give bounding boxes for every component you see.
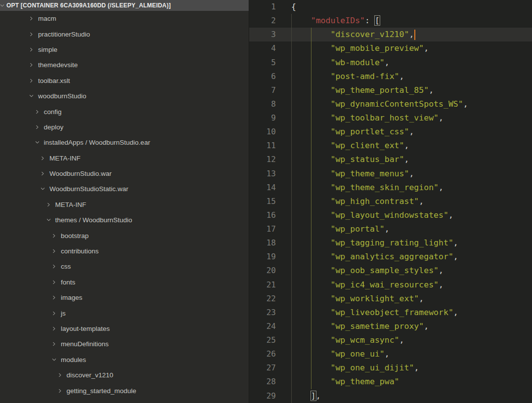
line-number[interactable]: 26 (249, 347, 276, 361)
line-number[interactable]: 8 (249, 97, 276, 111)
tree-item-label: contributions (61, 247, 99, 255)
code-line[interactable]: 10 "wp_portlet_css", (249, 125, 532, 139)
sidebar-item-images[interactable]: images (0, 290, 249, 305)
code-text: "wp_status_bar", (276, 153, 409, 166)
code-line[interactable]: 27 "wp_one_ui_dijit", (249, 361, 532, 375)
sidebar-item-css[interactable]: css (0, 259, 249, 274)
sidebar-item-fonts[interactable]: fonts (0, 275, 249, 290)
sidebar-item-simple[interactable]: simple (0, 42, 249, 57)
sidebar-item-macm[interactable]: macm (0, 11, 249, 26)
tree-item-label: themedevsite (38, 61, 78, 69)
line-number[interactable]: 28 (249, 375, 276, 389)
sidebar-item-config[interactable]: config (0, 104, 249, 119)
line-number[interactable]: 11 (249, 139, 276, 153)
code-line[interactable]: 7 "wp_theme_portal_85", (249, 83, 532, 97)
code-line[interactable]: 20 "wp_oob_sample_styles", (249, 264, 532, 278)
line-number[interactable]: 15 (249, 195, 276, 208)
line-number[interactable]: 13 (249, 167, 276, 181)
sidebar-item-meta-inf[interactable]: META-INF (0, 151, 249, 166)
line-number[interactable]: 1 (249, 0, 276, 14)
code-line[interactable]: 16 "wp_layout_windowstates", (249, 208, 532, 222)
code-line[interactable]: 28 "wp_theme_pwa" (249, 375, 532, 389)
sidebar-item-meta-inf[interactable]: META-INF (0, 197, 249, 212)
line-number[interactable]: 18 (249, 236, 276, 250)
sidebar-item-deploy[interactable]: deploy (0, 120, 249, 135)
sidebar-item-themedevsite[interactable]: themedevsite (0, 57, 249, 73)
line-number[interactable]: 16 (249, 208, 276, 222)
sidebar-item-ooke-v104[interactable]: ooke_v104 (0, 399, 249, 403)
code-line[interactable]: 11 "wp_client_ext", (249, 139, 532, 153)
line-number[interactable]: 9 (249, 111, 276, 125)
code-line[interactable]: 26 "wp_one_ui", (249, 347, 532, 361)
chevron-down-icon (29, 93, 34, 99)
code-line[interactable]: 24 "wp_sametime_proxy", (249, 320, 532, 333)
tree-item-label: discover_v1210 (67, 371, 114, 379)
code-line[interactable]: 1 { (249, 0, 532, 14)
code-line[interactable]: 14 "wp_theme_skin_region", (249, 181, 532, 195)
code-line[interactable]: 2 "moduleIDs": [ (249, 14, 532, 28)
line-number[interactable]: 4 (249, 41, 276, 55)
sidebar-item-installedapps-woodburnstudio-ear[interactable]: installedApps / WoodburnStudio.ear (0, 135, 249, 150)
sidebar-item-contributions[interactable]: contributions (0, 243, 249, 259)
line-number[interactable]: 10 (249, 125, 276, 139)
line-number[interactable]: 3 (249, 28, 276, 41)
code-line[interactable]: 6 "post-amd-fix", (249, 70, 532, 83)
tree-item-label: bootstrap (61, 232, 89, 240)
code-line[interactable]: 5 "wb-module", (249, 56, 532, 70)
code-text: "discover_v1210", (276, 28, 415, 41)
sidebar-item-woodburnstudio[interactable]: woodburnStudio (0, 88, 249, 104)
sidebar-item-woodburnstudiostatic-war[interactable]: WoodburnStudioStatic.war (0, 181, 249, 197)
line-number[interactable]: 23 (249, 306, 276, 320)
code-line[interactable]: 18 "wp_tagging_rating_light", (249, 236, 532, 250)
line-number[interactable]: 27 (249, 361, 276, 375)
line-number[interactable]: 12 (249, 153, 276, 166)
line-number[interactable]: 17 (249, 222, 276, 236)
chevron-right-icon (51, 233, 57, 239)
sidebar-item-toolbar-xslt[interactable]: toolbar.xslt (0, 73, 249, 88)
code-line[interactable]: 9 "wp_toolbar_host_view", (249, 111, 532, 125)
code-line[interactable]: 21 "wp_ic4_wai_resources", (249, 278, 532, 292)
code-line[interactable]: 17 "wp_portal", (249, 222, 532, 236)
line-number[interactable]: 2 (249, 14, 276, 28)
sidebar-item-js[interactable]: js (0, 305, 249, 321)
sidebar-item-bootstrap[interactable]: bootstrap (0, 228, 249, 243)
code-text: "wp_theme_menus", (276, 167, 414, 181)
line-number[interactable]: 7 (249, 83, 276, 97)
sidebar-item-practitionerstudio[interactable]: practitionerStudio (0, 26, 249, 41)
code-line[interactable]: 15 "wp_high_contrast", (249, 195, 532, 208)
line-number[interactable]: 14 (249, 181, 276, 195)
line-number[interactable]: 5 (249, 56, 276, 70)
sidebar-item-menudefinitions[interactable]: menuDefinitions (0, 336, 249, 352)
code-line[interactable]: 8 "wp_dynamicContentSpots_WS", (249, 97, 532, 111)
code-lines-container: 1 { 2 "moduleIDs": [ 3 "discover_v1210",… (249, 0, 532, 403)
line-number[interactable]: 20 (249, 264, 276, 278)
explorer-section-header[interactable]: OPT [CONTAINER 6CA309A160DD (/SLEEPY_ALM… (0, 0, 249, 11)
code-line[interactable]: 25 "wp_wcm_async", (249, 333, 532, 347)
line-number[interactable]: 25 (249, 333, 276, 347)
code-editor[interactable]: 1 { 2 "moduleIDs": [ 3 "discover_v1210",… (249, 0, 532, 403)
tree-item-label: config (44, 108, 62, 116)
code-line[interactable]: 22 "wp_worklight_ext", (249, 292, 532, 306)
code-line[interactable]: 29 ], (249, 389, 532, 403)
sidebar-item-modules[interactable]: modules (0, 352, 249, 367)
code-line[interactable]: 4 "wp_mobile_preview", (249, 41, 532, 55)
line-number[interactable]: 29 (249, 389, 276, 403)
code-text: "wb-module", (276, 56, 390, 70)
sidebar-item-themes-woodburnstudio[interactable]: themes / WoodburnStudio (0, 212, 249, 228)
line-number[interactable]: 19 (249, 250, 276, 264)
line-number[interactable]: 6 (249, 70, 276, 83)
code-line[interactable]: 13 "wp_theme_menus", (249, 167, 532, 181)
line-number[interactable]: 21 (249, 278, 276, 292)
chevron-right-icon (29, 32, 34, 37)
sidebar-item-woodburnstudio-war[interactable]: WoodburnStudio.war (0, 166, 249, 181)
code-line[interactable]: 19 "wp_analytics_aggregator", (249, 250, 532, 264)
line-number[interactable]: 24 (249, 320, 276, 333)
sidebar-item-layout-templates[interactable]: layout-templates (0, 321, 249, 336)
code-text: "wp_worklight_ext", (276, 292, 424, 306)
code-text: "wp_wcm_async", (276, 333, 404, 347)
code-line[interactable]: 12 "wp_status_bar", (249, 153, 532, 166)
code-line[interactable]: 23 "wp_liveobject_framework", (249, 306, 532, 320)
sidebar-item-discover-v1210[interactable]: discover_v1210 (0, 367, 249, 383)
line-number[interactable]: 22 (249, 292, 276, 306)
sidebar-item-getting-started-module[interactable]: getting_started_module (0, 383, 249, 398)
